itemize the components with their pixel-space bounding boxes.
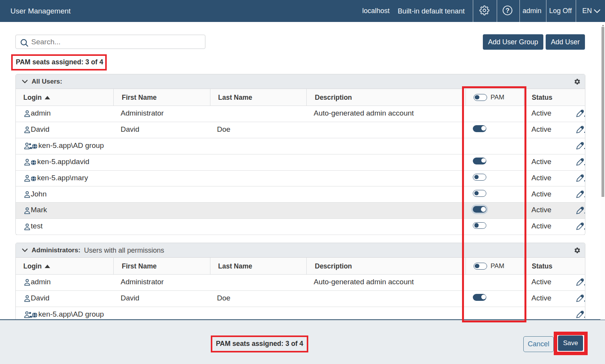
svg-text:?: ? bbox=[505, 7, 509, 14]
